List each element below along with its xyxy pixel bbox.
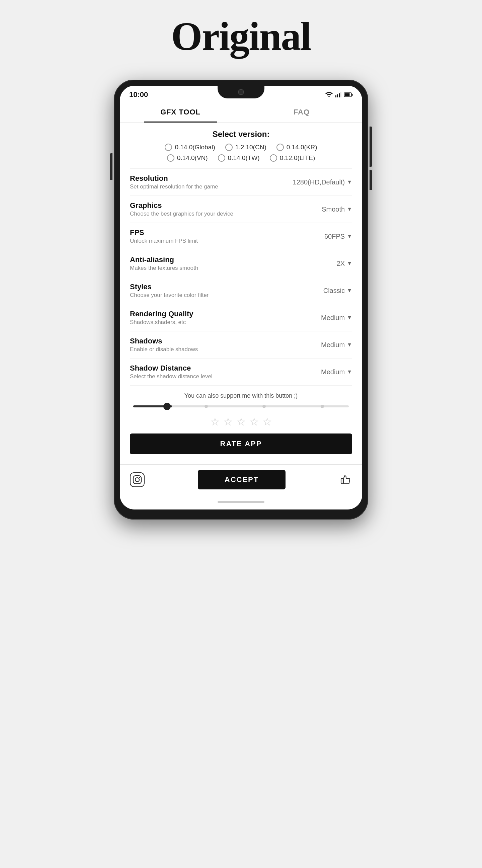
svg-rect-0 xyxy=(335,95,336,97)
tab-faq[interactable]: FAQ xyxy=(241,102,362,123)
radio-lite[interactable] xyxy=(270,154,277,162)
setting-value-resolution[interactable]: 1280(HD,Default) ▼ xyxy=(293,179,352,186)
home-indicator xyxy=(120,495,362,509)
setting-label-resolution: Resolution Set optimal resolution for th… xyxy=(130,174,293,190)
accept-button[interactable]: ACCEPT xyxy=(198,470,286,489)
setting-name-styles: Styles xyxy=(130,282,323,291)
version-option-vn[interactable]: 0.14.0(VN) xyxy=(167,154,208,162)
star-1[interactable]: ☆ xyxy=(210,415,220,428)
page-title: Original xyxy=(171,13,311,60)
setting-row-shadow-distance: Shadow Distance Select the shadow distan… xyxy=(130,358,352,385)
setting-value-rendering-quality[interactable]: Medium ▼ xyxy=(321,314,352,322)
instagram-icon xyxy=(132,474,142,485)
graphics-value-text: Smooth xyxy=(322,206,345,213)
setting-row-graphics: Graphics Choose the best graphics for yo… xyxy=(130,195,352,223)
radio-vn[interactable] xyxy=(167,154,174,162)
svg-rect-1 xyxy=(337,94,338,97)
version-selector: 0.14.0(Global) 1.2.10(CN) 0.14.0(KR) xyxy=(130,144,352,162)
setting-name-shadows: Shadows xyxy=(130,337,321,345)
setting-value-graphics[interactable]: Smooth ▼ xyxy=(322,206,352,213)
shadows-dropdown-arrow: ▼ xyxy=(347,342,352,348)
star-4[interactable]: ☆ xyxy=(249,415,259,428)
setting-row-resolution: Resolution Set optimal resolution for th… xyxy=(130,168,352,195)
status-bar: 10:00 xyxy=(120,86,362,102)
slider[interactable] xyxy=(133,405,349,407)
tab-gfx-tool[interactable]: GFX TOOL xyxy=(120,102,241,123)
setting-value-shadows[interactable]: Medium ▼ xyxy=(321,341,352,349)
version-option-lite[interactable]: 0.12.0(LITE) xyxy=(270,154,315,162)
version-option-tw[interactable]: 0.14.0(TW) xyxy=(218,154,260,162)
setting-label-graphics: Graphics Choose the best graphics for yo… xyxy=(130,201,322,217)
radio-tw[interactable] xyxy=(218,154,225,162)
version-row-1: 0.14.0(Global) 1.2.10(CN) 0.14.0(KR) xyxy=(130,144,352,151)
thumbs-up-icon xyxy=(339,472,352,485)
content: Select version: 0.14.0(Global) 1.2.10(CN… xyxy=(120,123,362,464)
setting-value-fps[interactable]: 60FPS ▼ xyxy=(324,232,352,240)
radio-global[interactable] xyxy=(165,144,172,151)
setting-value-shadow-distance[interactable]: Medium ▼ xyxy=(321,368,352,376)
version-label-cn: 1.2.10(CN) xyxy=(235,144,266,151)
setting-value-anti-aliasing[interactable]: 2X ▼ xyxy=(337,260,352,268)
power-button xyxy=(369,127,372,150)
slider-dot-3 xyxy=(321,405,324,408)
svg-point-8 xyxy=(135,478,139,482)
thumbs-up-button[interactable] xyxy=(339,472,352,488)
tabs: GFX TOOL FAQ xyxy=(120,102,362,123)
setting-name-resolution: Resolution xyxy=(130,174,293,183)
slider-thumb[interactable] xyxy=(163,403,171,410)
setting-desc-graphics: Choose the best graphics for your device xyxy=(130,211,322,217)
shadow-distance-dropdown-arrow: ▼ xyxy=(347,369,352,375)
wifi-icon xyxy=(325,92,333,97)
signal-icon xyxy=(335,92,342,97)
version-option-kr[interactable]: 0.14.0(KR) xyxy=(277,144,317,151)
status-time: 10:00 xyxy=(129,90,148,99)
setting-label-fps: FPS Unlock maximum FPS limit xyxy=(130,228,324,244)
setting-desc-fps: Unlock maximum FPS limit xyxy=(130,238,324,244)
setting-label-shadows: Shadows Enable or disable shadows xyxy=(130,337,321,353)
radio-kr[interactable] xyxy=(277,144,284,151)
anti-aliasing-value-text: 2X xyxy=(337,260,345,268)
setting-value-styles[interactable]: Classic ▼ xyxy=(323,287,352,294)
setting-name-fps: FPS xyxy=(130,228,324,237)
camera xyxy=(238,89,244,95)
resolution-dropdown-arrow: ▼ xyxy=(347,179,352,185)
styles-value-text: Classic xyxy=(323,287,345,294)
version-label-global: 0.14.0(Global) xyxy=(175,144,215,151)
rate-app-button[interactable]: RATE APP xyxy=(130,434,352,454)
volume-down-button xyxy=(369,170,372,190)
setting-label-shadow-distance: Shadow Distance Select the shadow distan… xyxy=(130,364,321,380)
svg-rect-6 xyxy=(352,94,353,96)
shadow-distance-value-text: Medium xyxy=(321,368,345,376)
anti-aliasing-dropdown-arrow: ▼ xyxy=(347,260,352,267)
styles-dropdown-arrow: ▼ xyxy=(347,287,352,293)
instagram-button[interactable] xyxy=(130,472,144,487)
slider-dot-2 xyxy=(262,405,266,408)
setting-row-styles: Styles Choose your favorite color filter… xyxy=(130,277,352,304)
setting-row-rendering-quality: Rendering Quality Shadows,shaders, etc M… xyxy=(130,304,352,331)
star-2[interactable]: ☆ xyxy=(223,415,233,428)
rendering-quality-value-text: Medium xyxy=(321,314,345,322)
phone-frame: 10:00 xyxy=(114,80,368,520)
bottom-bar: ACCEPT xyxy=(120,464,362,495)
version-label-lite: 0.12.0(LITE) xyxy=(280,154,315,162)
radio-cn[interactable] xyxy=(225,144,233,151)
setting-name-shadow-distance: Shadow Distance xyxy=(130,364,321,373)
version-option-cn[interactable]: 1.2.10(CN) xyxy=(225,144,266,151)
setting-desc-shadows: Enable or disable shadows xyxy=(130,346,321,353)
star-3[interactable]: ☆ xyxy=(236,415,246,428)
rendering-quality-dropdown-arrow: ▼ xyxy=(347,315,352,321)
setting-desc-resolution: Set optimal resolution for the game xyxy=(130,183,293,190)
stars-container: ☆ ☆ ☆ ☆ ☆ xyxy=(130,415,352,428)
phone-screen: 10:00 xyxy=(120,86,362,509)
version-label-tw: 0.14.0(TW) xyxy=(228,154,260,162)
support-section: You can also support me with this button… xyxy=(130,385,352,464)
graphics-dropdown-arrow: ▼ xyxy=(347,206,352,212)
version-option-global[interactable]: 0.14.0(Global) xyxy=(165,144,215,151)
version-label-kr: 0.14.0(KR) xyxy=(287,144,317,151)
star-5[interactable]: ☆ xyxy=(262,415,272,428)
home-bar xyxy=(218,501,264,503)
volume-button-left xyxy=(110,153,113,180)
shadows-value-text: Medium xyxy=(321,341,345,349)
slider-dot-1 xyxy=(204,405,208,408)
setting-row-shadows: Shadows Enable or disable shadows Medium… xyxy=(130,331,352,358)
